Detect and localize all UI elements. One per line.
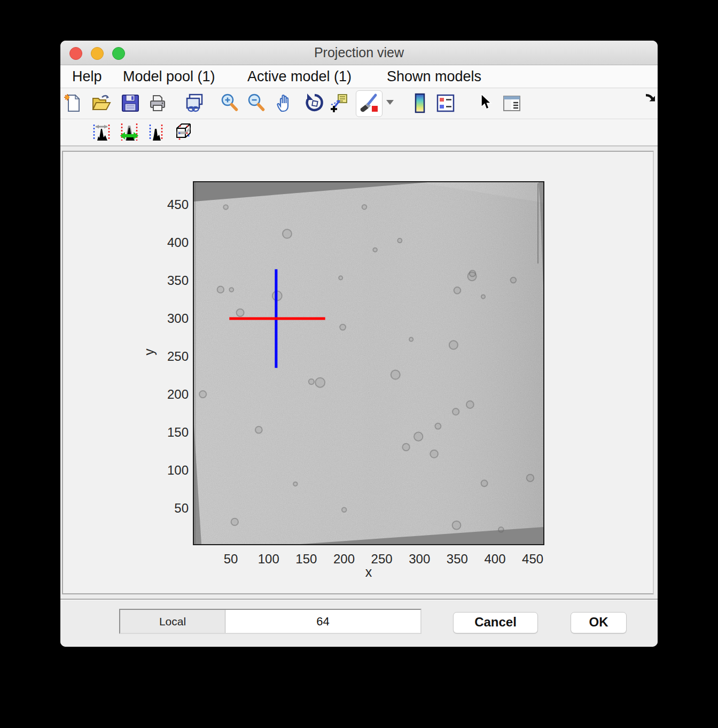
save-icon[interactable] (120, 92, 141, 114)
x-tick-label: 400 (474, 552, 517, 567)
export-figure-icon[interactable] (184, 92, 205, 114)
local-mode-button[interactable]: Local (120, 610, 225, 633)
ok-button[interactable]: OK (571, 612, 627, 633)
y-tick-label: 400 (139, 235, 189, 250)
value-field[interactable] (225, 610, 420, 633)
x-axis-label: x (350, 564, 387, 580)
cursor-pointer-icon[interactable] (474, 92, 496, 114)
property-editor-icon[interactable] (501, 92, 522, 114)
y-tick-label: 350 (139, 273, 189, 288)
x-tick-label: 100 (247, 552, 290, 567)
slicer-cube-icon[interactable] (173, 121, 194, 143)
x-tick-label: 200 (323, 552, 365, 567)
colormap-icon[interactable] (409, 92, 431, 114)
zoom-out-icon[interactable] (246, 92, 268, 114)
y-tick-label: 250 (139, 349, 189, 364)
toolbar-overflow-icon[interactable] (644, 91, 658, 106)
x-tick-label: 450 (511, 552, 554, 567)
x-tick-label: 350 (436, 552, 479, 567)
projection-image[interactable] (194, 182, 543, 544)
projection-image-frame (193, 181, 544, 545)
new-file-icon[interactable] (63, 92, 84, 114)
main-toolbar (60, 88, 658, 119)
rotate-3d-icon[interactable] (303, 92, 325, 114)
legend-icon[interactable] (435, 92, 456, 114)
y-tick-label: 450 (139, 197, 189, 212)
x-tick-label: 300 (398, 552, 441, 567)
menu-bar: Help Model pool (1) Active model (1) Sho… (60, 65, 658, 88)
brush-dropdown-icon[interactable] (386, 100, 394, 105)
y-tick-label: 100 (139, 463, 189, 478)
mode-group: Local (119, 609, 422, 634)
y-tick-label: 200 (139, 387, 189, 402)
paint-brush-icon[interactable] (356, 90, 383, 117)
histogram-range-icon[interactable] (91, 121, 112, 143)
x-tick-label: 250 (361, 552, 403, 567)
cancel-button[interactable]: Cancel (453, 612, 538, 633)
menu-model-pool[interactable]: Model pool (1) (123, 65, 215, 88)
x-tick-label: 50 (209, 552, 252, 567)
zoom-in-icon[interactable] (220, 92, 241, 114)
x-tick-label: 150 (285, 552, 327, 567)
open-file-icon[interactable] (90, 92, 111, 114)
y-tick-label: 150 (139, 425, 189, 440)
histogram-toolbar (60, 119, 658, 146)
window-title: Projection view (60, 41, 658, 65)
menu-help[interactable]: Help (72, 65, 102, 88)
footer-bar: Local Cancel OK (60, 599, 658, 647)
title-bar[interactable]: Projection view (60, 41, 658, 65)
print-icon[interactable] (147, 92, 168, 114)
pan-hand-icon[interactable] (274, 92, 295, 114)
app-window: Projection view Help Model pool (1) Acti… (60, 41, 658, 647)
insert-annotation-icon[interactable] (328, 92, 349, 114)
y-tick-label: 300 (139, 311, 189, 326)
histogram-shift-icon[interactable] (119, 121, 140, 143)
menu-shown-models[interactable]: Shown models (387, 65, 481, 88)
y-tick-label: 50 (139, 501, 189, 516)
menu-active-model[interactable]: Active model (1) (247, 65, 352, 88)
histogram-bounds-icon[interactable] (145, 121, 167, 143)
